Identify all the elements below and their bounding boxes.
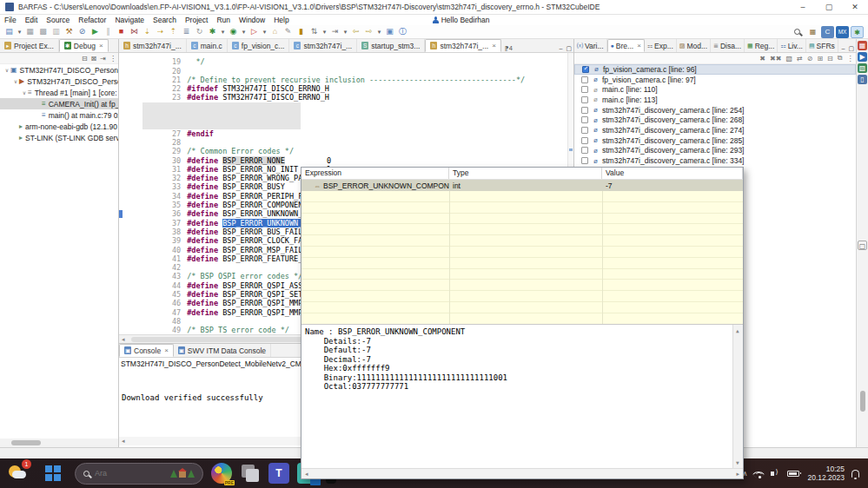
expression-row[interactable]: ⇔BSP_ERROR_UNKNOWN_COMPONENT int -7 xyxy=(301,180,743,191)
breakpoint-row[interactable]: ø stm32h747i_discovery_camera.c [line: 3… xyxy=(574,155,856,166)
code-line[interactable]: 23#define STM32H747I_DISCO_ERRNO_H xyxy=(119,84,573,93)
scroll-down-arrow[interactable]: ▼ xyxy=(736,458,739,468)
left-panel-tab[interactable]: ✱ Debug × xyxy=(59,39,109,52)
variables-fastview-icon[interactable]: ▯ xyxy=(858,75,867,84)
view-menu-icon[interactable]: ⋮ xyxy=(847,55,854,63)
right-panel-tab[interactable]: ▦ Reg... xyxy=(745,39,778,52)
tab-close-icon[interactable]: × xyxy=(637,42,641,49)
remove-all-breakpoints-icon[interactable]: ✖✖ xyxy=(770,55,781,63)
menu-item[interactable]: Help xyxy=(269,16,293,24)
menu-item[interactable]: Project xyxy=(181,16,212,24)
tab-close-icon[interactable]: × xyxy=(492,42,496,49)
breakpoint-row[interactable]: ø stm32h747i_discovery_camera.c [line: 2… xyxy=(574,115,856,125)
save-icon[interactable]: ▦ xyxy=(24,26,36,37)
tab-close-icon[interactable]: × xyxy=(99,42,103,49)
tree-expander-icon[interactable]: ∨ xyxy=(3,67,10,73)
debug-perspective-icon[interactable]: ✱ xyxy=(851,26,864,38)
right-panel-tab[interactable]: ⚏ Liv... xyxy=(778,39,806,52)
cpp-perspective-icon[interactable]: C xyxy=(821,26,834,38)
run-icon[interactable]: ◉ xyxy=(228,26,239,37)
debug-view-hscrollbar[interactable] xyxy=(0,439,118,447)
run-dropdown-arrow[interactable]: ▾ xyxy=(241,26,247,37)
mark-occurrences-icon[interactable]: ▮ xyxy=(295,26,307,37)
debug-tree-row[interactable]: ▸ arm-none-eabi-gdb (12.1.90 xyxy=(0,121,118,132)
memory-fastview-icon[interactable]: ▧ xyxy=(858,63,867,73)
tree-expander-icon[interactable]: ∨ xyxy=(21,89,28,96)
code-line[interactable]: 26 extern "C" { xyxy=(119,111,573,120)
right-panel-tab[interactable]: ⚏ Exp... xyxy=(645,39,677,52)
menu-item[interactable]: Edit xyxy=(21,16,43,24)
search-input[interactable] xyxy=(95,469,156,478)
info-icon[interactable]: ⓘ xyxy=(397,26,408,37)
notifications-bell-icon[interactable] xyxy=(851,470,859,478)
problems-fastview-icon[interactable]: ▦ xyxy=(858,41,867,50)
debug-shell-fastview-icon[interactable]: ▶ xyxy=(858,52,867,62)
breakpoint-row[interactable]: ø stm32h747i_discovery_camera.c [line: 2… xyxy=(574,105,856,115)
breakpoint-checkbox[interactable] xyxy=(581,86,588,93)
step-return-icon[interactable]: ⇡ xyxy=(168,26,179,37)
right-panel-tab[interactable]: ● Bre... × xyxy=(607,39,645,52)
column-header[interactable]: Value xyxy=(602,168,743,179)
code-line[interactable]: 28 xyxy=(119,129,573,138)
code-line[interactable]: 27#endif xyxy=(119,120,573,129)
link-with-debug-icon[interactable]: ⧉ xyxy=(838,54,843,63)
menu-item[interactable]: Search xyxy=(149,16,181,24)
breakpoint-checkbox[interactable] xyxy=(581,137,588,144)
weather-widget[interactable]: 1 xyxy=(7,462,30,485)
debug-tree-row[interactable]: ∨ ≡ Thread #1 [main] 1 [core: xyxy=(0,87,118,98)
breakpoint-row[interactable]: ø fp_vision_camera.c [line: 97] xyxy=(574,75,856,85)
debug-tree-row[interactable]: ≡ CAMERA_Init() at fp_v xyxy=(0,98,118,109)
console-tab[interactable]: ▣ Console × xyxy=(119,344,174,357)
scroll-right-arrow[interactable]: ▸ xyxy=(736,471,739,478)
go-to-file-icon[interactable]: ⇄ xyxy=(797,55,803,63)
profile-dropdown-arrow[interactable]: ▾ xyxy=(321,26,328,37)
debug-tree-row[interactable]: ∨ ▶ STM32H747I_DISCO_Person xyxy=(0,76,118,87)
editor-tab[interactable]: c fp_vision_c... xyxy=(228,39,290,52)
back-icon[interactable]: ⇦ xyxy=(350,26,361,37)
scroll-left-arrow[interactable]: ◂ xyxy=(122,438,125,445)
link-debug-icon[interactable]: ⇥ xyxy=(100,55,106,63)
teams-app-icon[interactable]: T xyxy=(268,463,289,484)
breakpoint-row[interactable]: ø stm32h747i_discovery_camera.c [line: 2… xyxy=(574,125,856,135)
code-line[interactable]: 20 xyxy=(119,57,573,66)
annotate-icon[interactable]: ✎ xyxy=(282,26,294,37)
debug-icon[interactable]: ✱ xyxy=(207,26,218,37)
save-all-icon[interactable]: ▩ xyxy=(37,26,49,37)
debug-tree-row[interactable]: ≡ main() at main.c:79 0x xyxy=(0,109,118,121)
collapse-all-icon[interactable]: ⊟ xyxy=(827,55,833,63)
collapse-all-icon[interactable]: ⊠ xyxy=(91,55,97,63)
breakpoint-checkbox[interactable] xyxy=(582,66,589,73)
popup-hscrollbar[interactable]: ◂ ▸ xyxy=(301,468,743,478)
left-panel-tab[interactable]: ▸ Project Ex... xyxy=(0,39,59,52)
instruction-stepping-icon[interactable]: ≣ xyxy=(181,26,192,37)
minimize-editor-icon[interactable]: – xyxy=(559,45,562,52)
editor-tab[interactable]: c main.c xyxy=(187,39,228,52)
editor-tab[interactable]: c stm32h747i_... xyxy=(289,39,357,52)
minimize-view-icon[interactable]: – xyxy=(841,45,845,52)
external-tools-dropdown-arrow[interactable]: ▾ xyxy=(262,26,268,37)
breakpoint-row[interactable]: ø stm32h747i_discovery_camera.c [line: 2… xyxy=(574,146,856,156)
menu-item[interactable]: Source xyxy=(42,16,74,24)
code-line[interactable]: 21/* Define to prevent recursive inclusi… xyxy=(119,67,573,76)
disconnect-icon[interactable]: ⋈ xyxy=(129,26,140,37)
minimize-button[interactable]: – xyxy=(790,3,816,11)
code-line[interactable]: 30#define BSP_ERROR_NONE0 xyxy=(119,147,573,155)
breakpoint-row[interactable]: ø main.c [line: 113] xyxy=(574,95,856,105)
new-dropdown-arrow[interactable]: ▾ xyxy=(17,26,23,37)
forward-icon[interactable]: ⇨ xyxy=(363,26,374,37)
breakpoint-checkbox[interactable] xyxy=(581,76,588,83)
scroll-left-arrow[interactable]: ◂ xyxy=(122,336,125,343)
breakpoint-row[interactable]: ø fp_vision_camera.c [line: 96] xyxy=(574,64,856,75)
right-panel-tab[interactable]: ≣ Disa... xyxy=(711,39,745,52)
scrollbar-thumb[interactable] xyxy=(860,391,865,412)
forward-dropdown-arrow[interactable]: ▾ xyxy=(376,26,382,37)
details-vscrollbar[interactable]: ▲ ▼ xyxy=(732,325,743,469)
editor-tab[interactable]: S startup_stm3... xyxy=(357,39,425,52)
snipping-app-icon[interactable] xyxy=(240,463,261,484)
build-icon[interactable]: ⚒ xyxy=(63,26,75,37)
menu-item[interactable]: Navigate xyxy=(110,16,149,24)
right-panel-tab[interactable]: ▤ SFRs xyxy=(806,39,838,52)
external-tools-icon[interactable]: ▷ xyxy=(248,26,260,37)
skip-breakpoints-icon[interactable]: ⊘ xyxy=(76,26,88,37)
tree-expander-icon[interactable]: ∨ xyxy=(12,78,19,84)
